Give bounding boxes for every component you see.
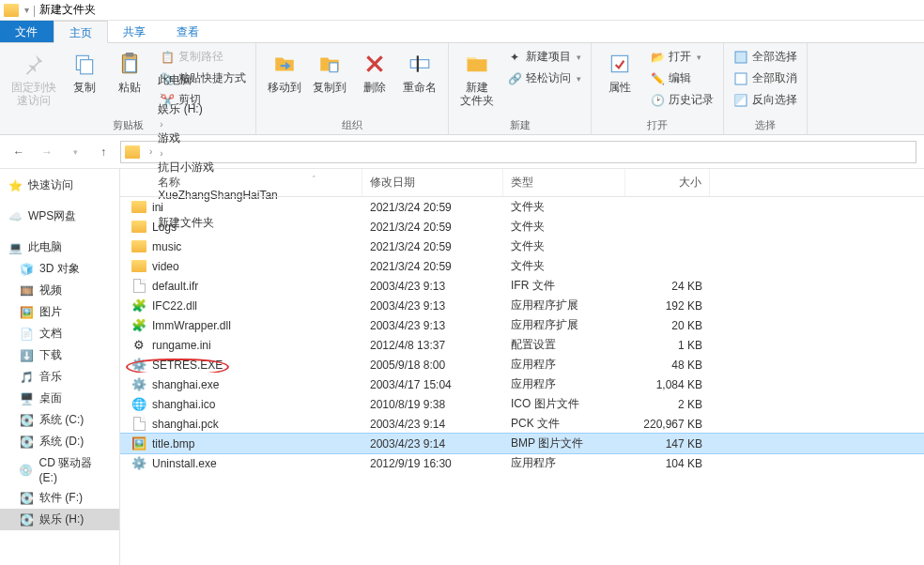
sidebar-item[interactable]: 💿CD 驱动器 (E:) (0, 452, 119, 487)
file-row[interactable]: 🧩IFC22.dll2003/4/23 9:13应用程序扩展192 KB (120, 296, 924, 315)
drive-icon: 💽 (19, 491, 34, 506)
breadcrumb-bar[interactable]: › 此电脑›娱乐 (H:)›游戏›抗日小游戏›XueZhangShangHaiT… (120, 141, 916, 163)
delete-button[interactable]: 删除 (354, 47, 395, 116)
navigation-pane[interactable]: ⭐快速访问 ☁️WPS网盘 💻此电脑 🧊3D 对象🎞️视频🖼️图片📄文档⬇️下载… (0, 169, 120, 565)
file-date: 2021/3/24 20:59 (362, 221, 503, 234)
sidebar-item[interactable]: 🎞️视频 (0, 280, 119, 301)
chevron-right-icon[interactable]: › (156, 119, 166, 130)
sidebar-quick-access[interactable]: ⭐快速访问 (0, 175, 119, 196)
cloud-icon: ☁️ (8, 209, 23, 224)
file-row[interactable]: Logs2021/3/24 20:59文件夹 (120, 217, 924, 237)
column-size[interactable]: 大小 (625, 169, 710, 196)
new-folder-button[interactable]: 新建 文件夹 (456, 47, 498, 116)
svg-rect-8 (611, 55, 627, 71)
file-date: 2003/4/23 9:14 (362, 418, 503, 431)
file-type: 应用程序扩展 (503, 298, 625, 313)
sidebar-item[interactable]: 📄文档 (0, 323, 119, 344)
copy-to-button[interactable]: 复制到 (309, 47, 350, 116)
sidebar-this-pc[interactable]: 💻此电脑 (0, 237, 119, 258)
column-type[interactable]: 类型 (503, 169, 625, 196)
svg-rect-6 (410, 60, 429, 69)
file-name: ini (152, 201, 163, 214)
chevron-right-icon[interactable]: › (146, 146, 156, 157)
breadcrumb-item[interactable]: 此电脑 (156, 72, 279, 88)
rename-button[interactable]: 重命名 (399, 47, 440, 116)
select-none-button[interactable]: 全部取消 (732, 69, 799, 88)
sidebar-item[interactable]: 💽系统 (C:) (0, 409, 119, 431)
properties-button[interactable]: 属性 (599, 47, 640, 116)
sidebar-item-label: 软件 (F:) (39, 490, 83, 506)
sidebar-item[interactable]: 💽娱乐 (H:) (0, 509, 119, 530)
column-name[interactable]: 名称˄ (120, 169, 362, 196)
sidebar-item-label: 3D 对象 (39, 261, 80, 277)
nav-up-button[interactable]: ↑ (92, 141, 115, 163)
file-row[interactable]: ⚙️Uninstall.exe2012/9/19 16:30应用程序104 KB (120, 453, 924, 473)
nav-back-button[interactable]: ← (8, 141, 30, 163)
file-icon (133, 417, 146, 431)
new-item-button[interactable]: ✦新建项目▾ (505, 47, 583, 67)
sidebar-item[interactable]: 💽软件 (F:) (0, 487, 119, 509)
open-button[interactable]: 📂打开▾ (648, 47, 716, 67)
breadcrumb-item[interactable]: 游戏 (156, 130, 279, 146)
file-type: BMP 图片文件 (503, 435, 625, 451)
sidebar-item[interactable]: 🎵音乐 (0, 366, 119, 388)
tab-home[interactable]: 主页 (54, 21, 108, 43)
file-row[interactable]: ⚙rungame.ini2012/4/8 13:37配置设置1 KB (120, 335, 924, 355)
tab-share[interactable]: 共享 (108, 21, 162, 42)
nav-recent-button[interactable]: ▾ (64, 141, 86, 163)
file-size: 104 KB (625, 457, 710, 470)
file-icon (133, 279, 146, 293)
file-row[interactable]: video2021/3/24 20:59文件夹 (120, 256, 924, 276)
file-row[interactable]: 🧩ImmWrapper.dll2003/4/23 9:13应用程序扩展20 KB (120, 315, 924, 335)
file-list[interactable]: 名称˄ 修改日期 类型 大小 ini2021/3/24 20:59文件夹Logs… (120, 169, 924, 565)
chevron-right-icon[interactable]: › (156, 148, 166, 159)
chevron-down-icon[interactable]: ▾ (24, 5, 29, 15)
file-name: ImmWrapper.dll (152, 319, 231, 332)
copy-button[interactable]: 复制 (64, 47, 105, 116)
breadcrumb-item[interactable]: 娱乐 (H:) (156, 101, 279, 117)
pc-icon: 💻 (8, 240, 23, 255)
file-row[interactable]: 🌐shanghai.ico2010/8/19 9:38ICO 图片文件2 KB (120, 394, 924, 414)
sidebar-item[interactable]: 💽系统 (D:) (0, 431, 119, 452)
sidebar-item[interactable]: 🧊3D 对象 (0, 258, 119, 280)
chevron-right-icon[interactable]: › (156, 90, 166, 100)
easy-access-button[interactable]: 🔗轻松访问▾ (505, 69, 583, 88)
exe-icon: ⚙️ (131, 377, 146, 391)
folder-icon (131, 240, 146, 252)
file-name: IFC22.dll (152, 299, 197, 313)
group-label-organize: 组织 (264, 116, 440, 132)
sidebar-item[interactable]: 🖥️桌面 (0, 388, 119, 409)
column-date[interactable]: 修改日期 (362, 169, 503, 196)
sort-indicator-icon: ˄ (312, 175, 316, 184)
file-date: 2021/3/24 20:59 (362, 240, 503, 253)
pin-button[interactable]: 固定到快 速访问 (8, 47, 60, 116)
nav-forward-button[interactable]: → (36, 141, 58, 163)
rename-icon (405, 49, 435, 79)
tab-file[interactable]: 文件 (0, 21, 54, 42)
copy-path-button[interactable]: 📋复制路径 (158, 47, 248, 67)
invert-selection-button[interactable]: 反向选择 (732, 90, 799, 110)
file-row[interactable]: 🖼️title.bmp2003/4/23 9:14BMP 图片文件147 KB (120, 434, 924, 453)
column-headers: 名称˄ 修改日期 类型 大小 (120, 169, 924, 197)
history-button[interactable]: 🕑历史记录 (648, 90, 716, 110)
file-row[interactable]: default.ifr2003/4/23 9:13IFR 文件24 KB (120, 276, 924, 296)
select-all-button[interactable]: 全部选择 (732, 47, 799, 67)
paste-button[interactable]: 粘贴 (109, 47, 150, 116)
drive-icon: 💽 (19, 435, 34, 450)
file-row[interactable]: shanghai.pck2003/4/23 9:14PCK 文件220,967 … (120, 414, 924, 434)
svg-rect-4 (126, 60, 136, 72)
exe-icon: ⚙️ (131, 358, 146, 372)
file-row[interactable]: ⚙️shanghai.exe2003/4/17 15:04应用程序1,084 K… (120, 374, 924, 394)
file-row[interactable]: ini2021/3/24 20:59文件夹 (120, 197, 924, 217)
tab-view[interactable]: 查看 (162, 21, 215, 42)
sidebar-item[interactable]: ⬇️下载 (0, 344, 119, 366)
group-label-new: 新建 (456, 116, 583, 132)
edit-button[interactable]: ✏️编辑 (648, 69, 716, 88)
sidebar-wps[interactable]: ☁️WPS网盘 (0, 206, 119, 227)
sidebar-item[interactable]: 🖼️图片 (0, 301, 119, 323)
address-bar: ← → ▾ ↑ › 此电脑›娱乐 (H:)›游戏›抗日小游戏›XueZhangS… (0, 135, 924, 169)
file-type: PCK 文件 (503, 416, 625, 432)
file-row[interactable]: ⚙️SETRES.EXE2005/9/18 8:00应用程序48 KB (120, 355, 924, 374)
sidebar-item-label: 系统 (D:) (39, 434, 84, 450)
file-row[interactable]: music2021/3/24 20:59文件夹 (120, 237, 924, 256)
